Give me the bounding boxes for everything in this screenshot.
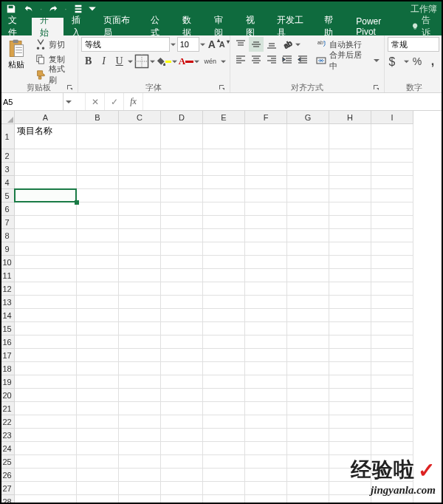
row-header-22[interactable]: 22 — [0, 415, 15, 429]
row-header-26[interactable]: 26 — [0, 469, 15, 482]
cell-F12[interactable] — [245, 282, 287, 296]
cell-I23[interactable] — [371, 429, 413, 442]
cell-B25[interactable] — [77, 455, 119, 469]
cell-F25[interactable] — [245, 455, 287, 469]
cell-B15[interactable] — [77, 322, 119, 336]
row-header-8[interactable]: 8 — [0, 229, 15, 242]
row-header-23[interactable]: 23 — [0, 429, 15, 442]
tab-developer[interactable]: 开发工具 — [269, 18, 316, 35]
cell-E23[interactable] — [203, 429, 245, 442]
row-header-14[interactable]: 14 — [0, 309, 15, 322]
cell-G7[interactable] — [287, 216, 329, 229]
cell-D8[interactable] — [161, 229, 203, 242]
cell-G9[interactable] — [287, 242, 329, 256]
cell-E16[interactable] — [203, 336, 245, 349]
cell-H6[interactable] — [329, 202, 371, 216]
phonetic-dropdown[interactable] — [221, 59, 227, 64]
cell-G28[interactable] — [287, 495, 329, 504]
cell-B12[interactable] — [77, 282, 119, 296]
cell-A6[interactable] — [15, 202, 77, 216]
cell-B10[interactable] — [77, 256, 119, 269]
cell-C28[interactable] — [119, 495, 161, 504]
cell-C26[interactable] — [119, 469, 161, 482]
insert-function-button[interactable]: fx — [124, 93, 143, 110]
cell-G24[interactable] — [287, 442, 329, 455]
cell-E17[interactable] — [203, 349, 245, 362]
cell-D5[interactable] — [161, 189, 203, 202]
cell-B11[interactable] — [77, 269, 119, 282]
cell-F20[interactable] — [245, 389, 287, 402]
cell-H3[interactable] — [329, 163, 371, 176]
cell-G16[interactable] — [287, 336, 329, 349]
cell-A9[interactable] — [15, 242, 77, 256]
name-box[interactable]: A5 — [0, 93, 63, 110]
border-dropdown[interactable] — [150, 59, 156, 64]
cell-G10[interactable] — [287, 256, 329, 269]
row-header-10[interactable]: 10 — [0, 256, 15, 269]
cell-F1[interactable] — [245, 124, 287, 149]
cell-C10[interactable] — [119, 256, 161, 269]
cell-F14[interactable] — [245, 309, 287, 322]
cell-C11[interactable] — [119, 269, 161, 282]
cell-F10[interactable] — [245, 256, 287, 269]
increase-indent-button[interactable] — [295, 52, 310, 67]
cell-A7[interactable] — [15, 216, 77, 229]
column-header-I[interactable]: I — [371, 111, 413, 124]
tab-view[interactable]: 视图 — [238, 18, 269, 35]
cell-C13[interactable] — [119, 296, 161, 309]
cell-G2[interactable] — [287, 149, 329, 163]
cell-I8[interactable] — [371, 229, 413, 242]
cell-H28[interactable] — [329, 495, 371, 504]
cut-button[interactable]: 剪切 — [34, 38, 75, 51]
cell-D27[interactable] — [161, 482, 203, 495]
cell-I20[interactable] — [371, 389, 413, 402]
font-size-select[interactable]: 10 — [177, 37, 199, 52]
cell-D26[interactable] — [161, 469, 203, 482]
cell-C22[interactable] — [119, 415, 161, 429]
cell-D19[interactable] — [161, 375, 203, 389]
cell-B22[interactable] — [77, 415, 119, 429]
cell-G21[interactable] — [287, 402, 329, 415]
cell-B19[interactable] — [77, 375, 119, 389]
fill-color-dropdown[interactable] — [172, 59, 178, 64]
cell-E9[interactable] — [203, 242, 245, 256]
cell-B27[interactable] — [77, 482, 119, 495]
cell-I12[interactable] — [371, 282, 413, 296]
cell-G14[interactable] — [287, 309, 329, 322]
cell-I10[interactable] — [371, 256, 413, 269]
cell-G8[interactable] — [287, 229, 329, 242]
cell-C23[interactable] — [119, 429, 161, 442]
cell-C5[interactable] — [119, 189, 161, 202]
cell-B28[interactable] — [77, 495, 119, 504]
cell-I26[interactable] — [371, 469, 413, 482]
underline-dropdown[interactable] — [128, 59, 134, 64]
cell-E11[interactable] — [203, 269, 245, 282]
font-color-dropdown[interactable] — [194, 59, 200, 64]
cell-C14[interactable] — [119, 309, 161, 322]
row-header-21[interactable]: 21 — [0, 402, 15, 415]
cell-F3[interactable] — [245, 163, 287, 176]
column-header-C[interactable]: C — [119, 111, 161, 124]
cell-I1[interactable] — [371, 124, 413, 149]
cell-F18[interactable] — [245, 362, 287, 375]
row-header-5[interactable]: 5 — [0, 189, 15, 202]
cell-G25[interactable] — [287, 455, 329, 469]
align-center-button[interactable] — [249, 52, 264, 67]
cell-E6[interactable] — [203, 202, 245, 216]
cell-I9[interactable] — [371, 242, 413, 256]
cell-A13[interactable] — [15, 296, 77, 309]
cell-D4[interactable] — [161, 176, 203, 189]
cell-G13[interactable] — [287, 296, 329, 309]
cell-D14[interactable] — [161, 309, 203, 322]
cell-E12[interactable] — [203, 282, 245, 296]
cell-H10[interactable] — [329, 256, 371, 269]
column-header-H[interactable]: H — [329, 111, 371, 124]
cell-B7[interactable] — [77, 216, 119, 229]
cell-C19[interactable] — [119, 375, 161, 389]
column-header-F[interactable]: F — [245, 111, 287, 124]
tab-file[interactable]: 文件 — [0, 18, 32, 35]
cell-A3[interactable] — [15, 163, 77, 176]
cell-F21[interactable] — [245, 402, 287, 415]
cell-E8[interactable] — [203, 229, 245, 242]
cell-E21[interactable] — [203, 402, 245, 415]
